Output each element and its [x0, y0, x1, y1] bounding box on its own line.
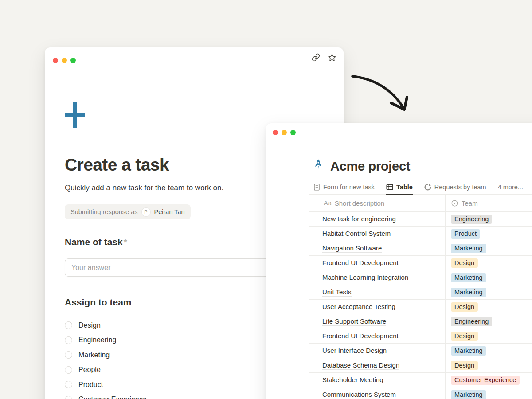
team-tag[interactable]: Marketing [451, 346, 486, 356]
favorite-star-icon[interactable] [328, 53, 336, 62]
text-property-icon: Aa [324, 200, 332, 207]
table-row[interactable]: User Acceptance Testing Design [309, 299, 532, 314]
close-window-button[interactable] [273, 130, 278, 135]
view-tabs: Form for new task Table Requests by team… [309, 180, 532, 195]
chart-icon [424, 184, 431, 191]
radio-circle-icon[interactable] [65, 321, 72, 329]
radio-circle-icon[interactable] [65, 351, 72, 359]
form-subtitle: Quickly add a new task for the team to w… [65, 184, 223, 192]
table-row[interactable]: Habitat Control System Product [309, 226, 532, 241]
team-tag[interactable]: Marketing [451, 390, 486, 399]
table-icon [386, 184, 393, 191]
team-options-list: Design Engineering Marketing People Prod… [65, 318, 147, 399]
form-icon [313, 184, 320, 191]
fullscreen-window-button[interactable] [290, 130, 296, 135]
radio-circle-icon[interactable] [65, 336, 72, 344]
table-row[interactable]: Frontend UI Development Design [309, 255, 532, 270]
team-tag[interactable]: Marketing [451, 244, 486, 253]
table-row[interactable]: Unit Tests Marketing [309, 285, 532, 299]
tasks-table: Aa Short description Team New task for e… [309, 195, 532, 399]
table-row[interactable]: Frontend UI Development Design [309, 329, 532, 343]
team-tag[interactable]: Customer Experience [451, 376, 520, 385]
radio-option-product[interactable]: Product [65, 377, 147, 392]
select-property-icon [451, 200, 458, 207]
team-tag[interactable]: Marketing [451, 273, 486, 282]
minimize-window-button[interactable] [282, 130, 287, 135]
radio-option-customer-experience[interactable]: Customer Experience [65, 392, 147, 399]
team-tag[interactable]: Design [451, 302, 478, 312]
task-name-label: Name of task* [65, 237, 127, 247]
table-row[interactable]: Stakeholder Meeting Customer Experience [309, 372, 532, 387]
team-tag[interactable]: Design [451, 361, 478, 370]
table-row[interactable]: Machine Learning Integration Marketing [309, 270, 532, 285]
fullscreen-window-button[interactable] [70, 58, 76, 63]
radio-circle-icon[interactable] [65, 366, 72, 374]
curved-arrow-annotation [340, 65, 420, 124]
assign-team-label: Assign to team [65, 297, 132, 308]
table-row[interactable]: Life Support Software Engineering [309, 314, 532, 329]
chip-prefix: Submitting response as [70, 208, 138, 215]
team-tag[interactable]: Engineering [451, 215, 492, 224]
team-tag[interactable]: Design [451, 258, 478, 268]
radio-circle-icon[interactable] [65, 381, 72, 388]
team-tag[interactable]: Design [451, 332, 478, 341]
tab-more-views[interactable]: 4 more... [498, 180, 523, 195]
table-row[interactable]: New task for engineering Engineering [309, 211, 532, 226]
team-tag[interactable]: Marketing [451, 288, 486, 297]
radio-circle-icon[interactable] [65, 396, 72, 399]
table-row[interactable]: User Interface Design Marketing [309, 343, 532, 358]
chip-username: Peiran Tan [154, 208, 185, 215]
column-short-description[interactable]: Aa Short description [309, 195, 446, 211]
acme-project-window: Acme project Form for new task Table [266, 123, 532, 399]
required-mark: * [124, 237, 127, 247]
radio-option-engineering[interactable]: Engineering [65, 333, 147, 348]
minimize-window-button[interactable] [62, 58, 67, 63]
window-controls [53, 58, 76, 63]
table-row[interactable]: Database Schema Design Design [309, 358, 532, 372]
team-tag[interactable]: Product [451, 229, 480, 239]
tab-requests-by-team[interactable]: Requests by team [424, 180, 486, 195]
close-window-button[interactable] [53, 58, 58, 63]
team-tag[interactable]: Engineering [451, 317, 492, 326]
radio-option-marketing[interactable]: Marketing [65, 348, 147, 363]
radio-option-design[interactable]: Design [65, 318, 147, 333]
user-avatar: P [141, 207, 151, 217]
page-title: Create a task [65, 155, 169, 175]
page-title: Acme project [330, 159, 410, 174]
window-controls [273, 130, 296, 135]
copy-link-icon[interactable] [312, 53, 320, 62]
plus-icon [65, 102, 85, 130]
submitting-as-chip: Submitting response as P Peiran Tan [65, 204, 191, 219]
tab-form-for-new-task[interactable]: Form for new task [313, 180, 375, 195]
radio-option-people[interactable]: People [65, 363, 147, 378]
column-team[interactable]: Team [446, 195, 478, 211]
table-row[interactable]: Navigation Software Marketing [309, 241, 532, 255]
rocket-icon[interactable] [312, 159, 325, 175]
table-header: Aa Short description Team [309, 195, 532, 211]
tab-table[interactable]: Table [386, 180, 413, 195]
table-row[interactable]: Communications System Marketing [309, 387, 532, 399]
